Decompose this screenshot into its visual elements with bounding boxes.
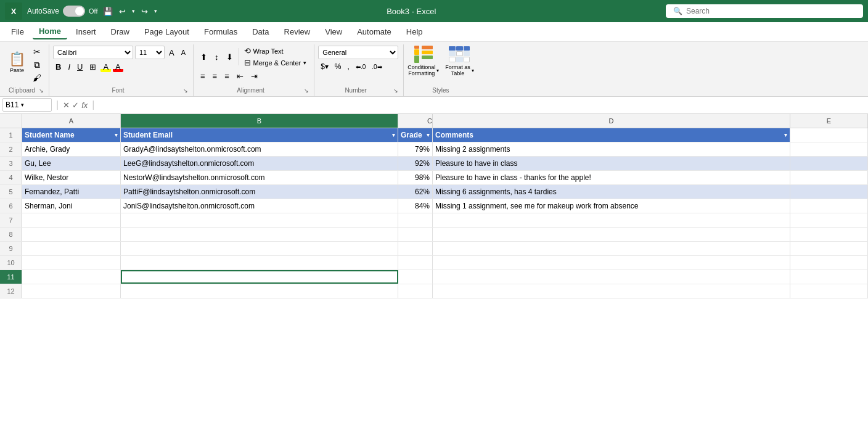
col-header-e[interactable]: E [790,114,868,128]
cell-c4[interactable]: 98% [398,171,433,184]
search-input[interactable] [686,7,856,15]
number-expand-icon[interactable]: ↘ [393,88,398,94]
cell-e7[interactable] [790,213,868,227]
bold-button[interactable]: B [53,62,63,72]
cell-b7[interactable] [121,213,398,227]
cell-ref-dropdown[interactable]: ▾ [21,102,24,108]
top-align-button[interactable]: ⬆ [197,51,210,63]
cell-d7[interactable] [433,213,790,227]
menu-home[interactable]: Home [33,24,67,39]
col-header-b[interactable]: B [121,114,398,128]
cell-c12[interactable] [398,284,433,298]
header-cell-a1[interactable]: Student Name ▾ [22,128,121,142]
number-format-select[interactable]: General [318,46,398,59]
format-as-table-button[interactable]: Format asTable ▾ [445,46,474,76]
comma-button[interactable]: , [345,62,352,72]
cell-c7[interactable] [398,213,433,227]
cell-e6[interactable] [790,199,868,213]
col-header-a[interactable]: A [22,114,121,128]
cell-d3[interactable]: Pleasure to have in class [433,157,790,170]
cell-b9[interactable] [121,242,398,255]
cell-d12[interactable] [433,284,790,298]
mid-align-button[interactable]: ↕ [211,51,222,63]
formula-confirm-button[interactable]: ✓ [72,101,79,110]
grow-font-button[interactable]: A [166,47,177,58]
center-align-button[interactable]: ≡ [210,70,221,82]
cell-a5[interactable]: Fernandez, Patti [22,185,121,199]
cell-a12[interactable] [22,284,121,298]
merge-dropdown-icon[interactable]: ▾ [303,60,306,66]
formula-function-button[interactable]: fx [81,101,88,110]
undo-dropdown-icon[interactable]: ▾ [132,8,135,14]
cell-e10[interactable] [790,256,868,270]
cell-a11[interactable] [22,270,121,284]
menu-review[interactable]: Review [278,25,317,39]
cell-c10[interactable] [398,256,433,270]
header-cell-d1[interactable]: Comments ▾ [433,128,790,142]
cell-d5[interactable]: Missing 6 assignments, has 4 tardies [433,185,790,199]
menu-formulas[interactable]: Formulas [198,25,244,39]
menu-view[interactable]: View [319,25,348,39]
cut-button[interactable]: ✂ [30,46,44,58]
cell-c6[interactable]: 84% [398,199,433,213]
cell-a2[interactable]: Archie, Grady [22,142,121,156]
formula-cancel-button[interactable]: ✕ [63,101,70,110]
merge-center-button[interactable]: ⊟ Merge & Center ▾ [242,57,309,68]
dec-indent-button[interactable]: ⇤ [234,70,247,82]
header-cell-b1[interactable]: Student Email ▾ [121,128,398,142]
cell-e5[interactable] [790,185,868,199]
redo-dropdown-icon[interactable]: ▾ [154,8,157,14]
cell-e9[interactable] [790,242,868,255]
cell-b2[interactable]: GradyA@lindsaytshelton.onmicrosoft.com [121,142,398,156]
col-header-c[interactable]: C [398,114,433,128]
cell-b3[interactable]: LeeG@lindsaytshelton.onmicrosoft.com [121,157,398,170]
cell-a8[interactable] [22,228,121,241]
cell-d11[interactable] [433,270,790,284]
cell-e2[interactable] [790,142,868,156]
menu-file[interactable]: File [5,25,30,39]
cell-a3[interactable]: Gu, Lee [22,157,121,170]
cell-b6[interactable]: JoniS@lindsaytshelton.onmicrosoft.com [121,199,398,213]
inc-indent-button[interactable]: ⇥ [248,70,261,82]
cell-d6[interactable]: Missing 1 assignment, see me for makeup … [433,199,790,213]
fmt-table-dropdown[interactable]: ▾ [472,68,474,73]
cell-c2[interactable]: 79% [398,142,433,156]
cell-e4[interactable] [790,171,868,184]
right-align-button[interactable]: ≡ [221,70,232,82]
cell-a9[interactable] [22,242,121,255]
wrap-text-button[interactable]: ⟲ Wrap Text [242,46,309,56]
cell-b11[interactable] [121,270,398,284]
cell-e12[interactable] [790,284,868,298]
menu-data[interactable]: Data [246,25,275,39]
inc-decimal-button[interactable]: ⬅.0 [353,63,368,71]
italic-button[interactable]: I [65,62,73,72]
cell-d9[interactable] [433,242,790,255]
cell-c11[interactable] [398,270,433,284]
cell-a10[interactable] [22,256,121,270]
dollar-button[interactable]: $▾ [318,62,331,72]
menu-draw[interactable]: Draw [105,25,136,39]
redo-icon[interactable]: ↪ [141,7,148,16]
cell-b12[interactable] [121,284,398,298]
left-align-button[interactable]: ≡ [197,70,208,82]
format-painter-button[interactable]: 🖌 [30,72,44,84]
cell-a4[interactable]: Wilke, Nestor [22,171,121,184]
cell-e1[interactable] [790,128,868,142]
search-box[interactable]: 🔍 [666,4,863,18]
underline-button[interactable]: U [75,62,85,72]
cell-a6[interactable]: Sherman, Joni [22,199,121,213]
header-c1-dropdown[interactable]: ▾ [427,132,430,138]
cell-d4[interactable]: Pleasure to have in class - thanks for t… [433,171,790,184]
copy-button[interactable]: ⧉ [30,59,44,71]
menu-insert[interactable]: Insert [70,25,102,39]
percent-button[interactable]: % [332,62,344,72]
cell-a7[interactable] [22,213,121,227]
menu-help[interactable]: Help [400,25,429,39]
save-icon[interactable]: 💾 [103,7,113,16]
dec-decimal-button[interactable]: .0➡ [369,63,384,71]
undo-icon[interactable]: ↩ [119,7,126,16]
border-button[interactable]: ⊞ [87,62,99,72]
cell-c3[interactable]: 92% [398,157,433,170]
cell-e11[interactable] [790,270,868,284]
header-a1-dropdown[interactable]: ▾ [115,132,118,138]
